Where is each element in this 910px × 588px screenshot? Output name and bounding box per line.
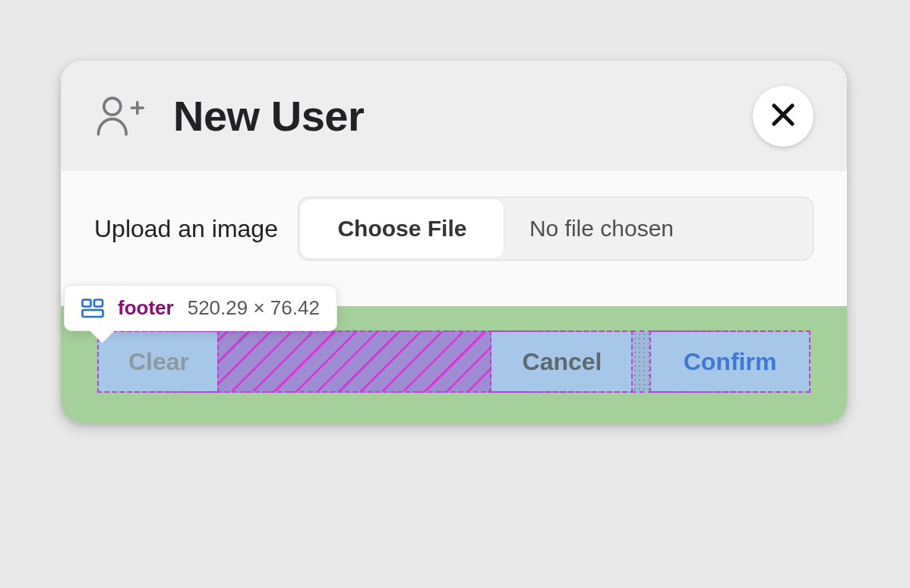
clear-button[interactable]: Clear [97, 330, 220, 393]
user-plus-icon [94, 91, 144, 141]
upload-label: Upload an image [94, 215, 278, 243]
dialog-title: New User [173, 91, 364, 141]
tooltip-tag: footer [118, 296, 174, 320]
svg-rect-5 [83, 299, 91, 306]
file-input[interactable]: Choose File No file chosen [298, 197, 814, 261]
confirm-button[interactable]: Confirm [649, 330, 810, 393]
flex-gap-indicator [217, 330, 493, 393]
svg-rect-7 [83, 310, 103, 317]
footer-flex-track: Clear Cancel Confirm [97, 330, 810, 393]
new-user-dialog: New User Upload an image Choose File No … [61, 61, 847, 423]
file-status: No file chosen [507, 198, 813, 260]
close-button[interactable] [753, 86, 814, 147]
devtools-inspect-tooltip: footer 520.29 × 76.42 [64, 285, 337, 331]
close-icon [770, 102, 796, 131]
svg-point-0 [104, 98, 121, 115]
dialog-header: New User [61, 61, 847, 171]
cancel-button[interactable]: Cancel [490, 330, 634, 393]
choose-file-button[interactable]: Choose File [301, 200, 504, 258]
layout-icon [81, 299, 104, 318]
tooltip-dimensions: 520.29 × 76.42 [188, 296, 320, 320]
upload-row: Upload an image Choose File No file chos… [94, 197, 814, 261]
svg-rect-6 [94, 299, 103, 306]
